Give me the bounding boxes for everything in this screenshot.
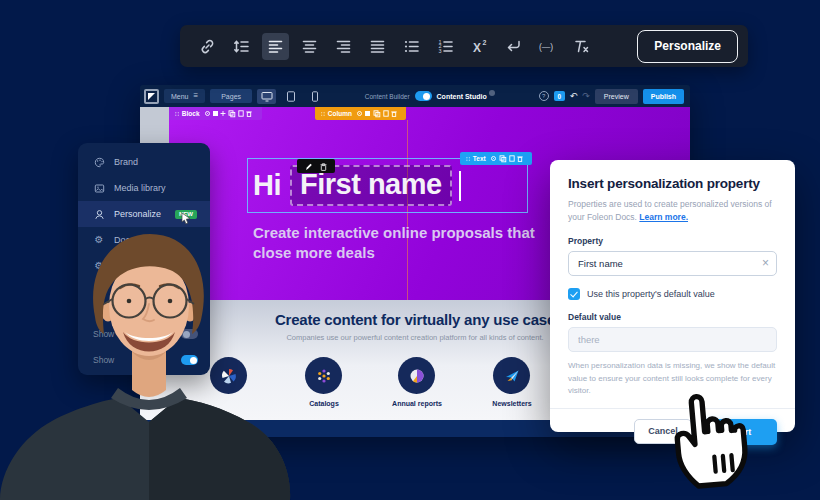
- help-icon[interactable]: ?: [539, 91, 549, 101]
- preview-button[interactable]: Preview: [595, 89, 638, 104]
- svg-text:3: 3: [438, 47, 441, 53]
- page: 123 X2 (—) Personalize Menu≡ Pages Conte…: [0, 0, 820, 500]
- justify-icon[interactable]: [364, 33, 391, 60]
- content-studio-label[interactable]: Content Studio: [437, 93, 487, 100]
- drag-handle-icon[interactable]: ∷: [175, 110, 178, 117]
- checkbox-label: Use this property's default value: [587, 289, 715, 299]
- column-chip[interactable]: ∷Column: [315, 107, 406, 120]
- align-center-icon[interactable]: [296, 33, 323, 60]
- content-mode-toggle[interactable]: [415, 91, 432, 101]
- align-left-icon[interactable]: [262, 33, 289, 60]
- undo-icon[interactable]: ↶: [570, 92, 578, 101]
- hamburger-icon: ≡: [194, 92, 199, 100]
- sidebar-item-label: Media library: [114, 183, 166, 193]
- dash-icon[interactable]: (—): [534, 33, 561, 60]
- svg-text:X: X: [473, 41, 481, 55]
- bullet-list-icon[interactable]: [398, 33, 425, 60]
- info-badge: [489, 90, 495, 96]
- trash-icon[interactable]: [320, 157, 327, 175]
- default-value-label: Default value: [568, 312, 777, 322]
- redo-icon[interactable]: ↷: [582, 92, 590, 101]
- svg-text:2: 2: [483, 39, 487, 46]
- text-selection-outline[interactable]: Hi First name: [247, 158, 528, 213]
- pages-button[interactable]: Pages: [210, 89, 252, 103]
- newsletters-icon[interactable]: [493, 357, 530, 394]
- tablet-view-button[interactable]: [281, 89, 300, 104]
- superscript-icon[interactable]: X2: [466, 33, 493, 60]
- sidebar-item-brand[interactable]: Brand: [78, 149, 210, 175]
- use-case-label: Newsletters: [467, 400, 557, 407]
- menu-label: Menu: [171, 93, 189, 100]
- content-builder-label[interactable]: Content Builder: [365, 93, 410, 100]
- personalize-button[interactable]: Personalize: [637, 30, 738, 63]
- drag-handle-icon[interactable]: ∷: [321, 110, 324, 117]
- property-label: Property: [568, 236, 777, 246]
- menu-button[interactable]: Menu≡: [164, 89, 205, 103]
- sidebar-item-media-library[interactable]: Media library: [78, 175, 210, 201]
- modal-title: Insert personalization property: [568, 176, 777, 191]
- greeting-text: Hi: [253, 171, 281, 200]
- mobile-view-button[interactable]: [305, 89, 324, 104]
- desktop-view-button[interactable]: [257, 89, 276, 104]
- palette-icon: [93, 157, 105, 168]
- return-arrow-icon[interactable]: [500, 33, 527, 60]
- align-right-icon[interactable]: [330, 33, 357, 60]
- property-input[interactable]: [568, 251, 777, 276]
- publish-button[interactable]: Publish: [643, 89, 684, 104]
- column-chip-label: Column: [328, 110, 352, 117]
- sidebar-item-label: Personalize: [114, 209, 161, 219]
- drag-handle-icon[interactable]: ∷: [466, 155, 469, 162]
- topbar-right-group: Content Builder Content Studio ? 0 ↶ ↷ P…: [365, 89, 686, 104]
- block-chip-label: Block: [182, 110, 200, 117]
- image-icon: [93, 183, 105, 194]
- text-caret: [459, 171, 462, 201]
- ordered-list-icon[interactable]: 123: [432, 33, 459, 60]
- pages-label: Pages: [221, 93, 241, 100]
- column-chip-icons[interactable]: [356, 109, 400, 118]
- svg-text:(—): (—): [539, 42, 553, 52]
- text-chip[interactable]: ∷Text: [460, 152, 532, 165]
- clear-icon[interactable]: ×: [762, 256, 769, 270]
- formatting-toolbar: 123 X2 (—) Personalize: [180, 25, 748, 67]
- person-icon: [93, 209, 105, 220]
- comments-badge[interactable]: 0: [554, 91, 565, 101]
- catalogs-icon[interactable]: [305, 357, 342, 394]
- text-chip-icons[interactable]: [490, 154, 526, 163]
- editor-topbar: Menu≡ Pages Content Builder Content Stud…: [140, 85, 690, 107]
- clear-format-icon[interactable]: [568, 33, 595, 60]
- sidebar-item-label: Brand: [114, 157, 138, 167]
- default-value-input[interactable]: [568, 327, 777, 352]
- block-chip[interactable]: ∷Block: [169, 107, 262, 120]
- edit-icon[interactable]: [305, 157, 312, 175]
- modal-description: Properties are used to create personaliz…: [568, 198, 777, 224]
- block-chip-icons[interactable]: [204, 109, 256, 118]
- hero-subtitle: Create interactive online proposals that…: [253, 223, 573, 262]
- line-height-icon[interactable]: [228, 33, 255, 60]
- text-chip-label: Text: [473, 155, 486, 162]
- hand-cursor-icon: [660, 380, 764, 493]
- default-value-checkbox[interactable]: [568, 288, 580, 300]
- learn-more-link[interactable]: Learn more.: [639, 212, 688, 222]
- token-mini-toolbar: [297, 159, 335, 173]
- annual-reports-icon[interactable]: [398, 357, 435, 394]
- person-photo: [0, 222, 300, 500]
- link-icon[interactable]: [194, 33, 221, 60]
- use-case-label: Annual reports: [372, 400, 462, 407]
- foleon-logo-icon: [144, 89, 159, 104]
